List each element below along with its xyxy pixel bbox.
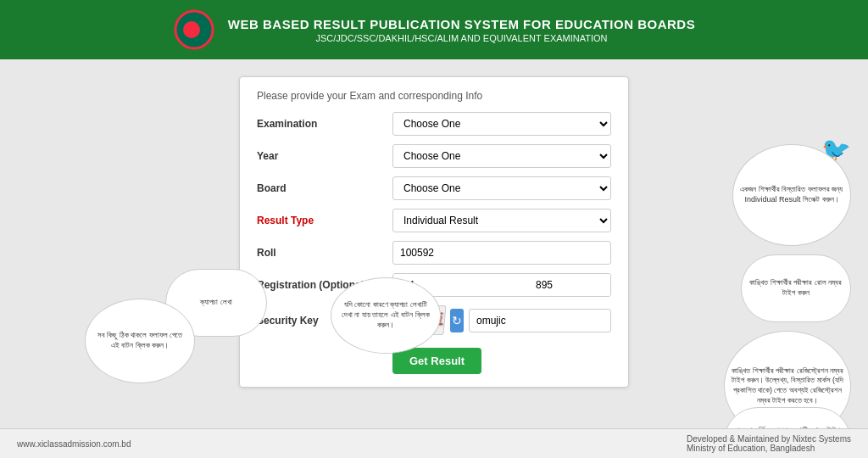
main-content: 🐦 Please provide your Exam and correspon… [0, 59, 868, 405]
annotation-bubble-middle: যদি কোনো কারণে ক্যাপচা লেখাটি দেখা না যা… [331, 277, 441, 354]
annotation-bubble-right1: একজন শিক্ষার্থীর বিস্তারিত ফলাফলর জন্য I… [732, 144, 851, 246]
form-heading: Please provide your Exam and correspondi… [257, 90, 611, 102]
examination-label: Examination [257, 118, 392, 130]
registration-input-part2[interactable] [531, 274, 611, 296]
form-card: Please provide your Exam and correspondi… [239, 76, 629, 388]
roll-row: Roll [257, 241, 611, 265]
header-text: WEB BASED RESULT PUBLICATION SYSTEM FOR … [228, 17, 695, 43]
annotation-bubble-right2: কাঙ্খিত শিক্ষার্থীর পরীক্ষার রোল নম্বর ট… [741, 254, 851, 322]
year-select[interactable]: Choose One [392, 144, 611, 168]
examination-row: Examination Choose One [257, 112, 611, 136]
footer-ministry: Ministry of Education, Bangladesh [687, 444, 851, 453]
annotation-bubble-bottom2: সব কিছু ঠিক থাকলে ফলাফল পেতে এই বাটন ক্ল… [85, 299, 195, 383]
roll-label: Roll [257, 247, 392, 259]
header-subtitle: JSC/JDC/SSC/DAKHIL/HSC/ALIM AND EQUIVALE… [228, 33, 695, 43]
footer-developer: Developed & Maintained by Nixtec Systems [687, 434, 851, 444]
year-row: Year Choose One [257, 144, 611, 168]
year-label: Year [257, 150, 392, 162]
roll-input[interactable] [392, 241, 611, 265]
board-select[interactable]: Choose One [392, 176, 611, 200]
registration-row: Registration (Optional) [257, 273, 611, 297]
logo-icon [173, 8, 215, 51]
footer-developer-info: Developed & Maintained by Nixtec Systems… [687, 434, 851, 453]
footer: www.xiclassadmission.com.bd Developed & … [0, 428, 868, 458]
footer-url: www.xiclassadmission.com.bd [17, 439, 131, 449]
board-label: Board [257, 182, 392, 194]
captcha-refresh-button[interactable]: ↻ [450, 309, 464, 332]
captcha-input[interactable] [469, 309, 611, 332]
examination-select[interactable]: Choose One [392, 112, 611, 136]
result-type-row: Result Type Individual Result [257, 209, 611, 232]
result-type-label: Result Type [257, 215, 392, 226]
svg-point-1 [183, 21, 200, 38]
header-title: WEB BASED RESULT PUBLICATION SYSTEM FOR … [228, 17, 695, 31]
result-type-select[interactable]: Individual Result [392, 209, 611, 232]
get-result-button[interactable]: Get Result [392, 348, 481, 374]
board-row: Board Choose One [257, 176, 611, 200]
header: WEB BASED RESULT PUBLICATION SYSTEM FOR … [0, 0, 868, 59]
